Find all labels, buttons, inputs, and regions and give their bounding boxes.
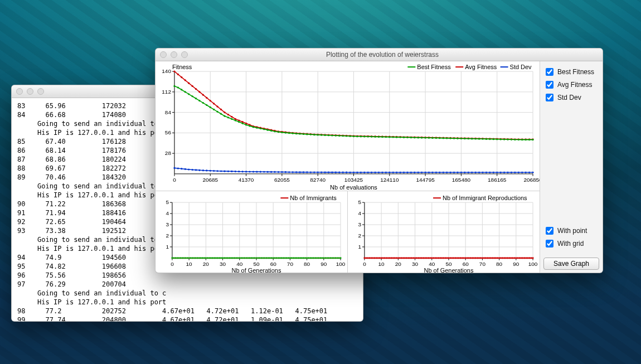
svg-point-443 [220, 257, 222, 259]
window-controls[interactable] [160, 51, 188, 58]
checkbox-input-std[interactable] [546, 94, 553, 101]
checkbox-std[interactable]: Std Dev [543, 92, 599, 103]
svg-text:80: 80 [496, 261, 503, 267]
svg-point-646 [495, 257, 497, 259]
svg-point-281 [249, 171, 250, 172]
svg-point-620 [451, 257, 453, 259]
svg-point-328 [417, 172, 419, 173]
svg-point-201 [324, 134, 326, 136]
svg-point-490 [299, 257, 301, 259]
svg-point-597 [412, 257, 414, 259]
svg-point-604 [424, 257, 426, 259]
svg-point-663 [523, 257, 525, 259]
checkbox-label-std: Std Dev [557, 94, 581, 101]
svg-point-457 [244, 257, 245, 259]
svg-point-167 [202, 102, 204, 104]
svg-point-459 [247, 257, 249, 259]
svg-point-285 [263, 171, 265, 173]
svg-point-74 [231, 116, 232, 118]
svg-point-618 [448, 257, 449, 259]
svg-point-247 [489, 138, 491, 140]
svg-point-440 [215, 257, 217, 259]
svg-point-238 [457, 138, 458, 139]
svg-point-594 [407, 257, 409, 259]
svg-point-510 [333, 257, 334, 259]
window-controls[interactable] [16, 88, 44, 95]
svg-point-626 [462, 257, 463, 259]
svg-point-265 [192, 169, 193, 171]
svg-text:Fitness: Fitness [172, 64, 192, 70]
svg-text:5: 5 [166, 199, 169, 205]
svg-point-456 [242, 257, 244, 259]
svg-point-431 [200, 257, 202, 259]
checkbox-best[interactable]: Best Fitness [543, 66, 599, 77]
svg-point-622 [454, 257, 456, 259]
svg-point-623 [456, 257, 458, 259]
svg-point-360 [532, 172, 533, 173]
svg-point-467 [260, 257, 262, 259]
svg-point-161 [181, 89, 182, 90]
svg-point-60 [181, 76, 182, 78]
svg-point-337 [450, 172, 451, 173]
plot-titlebar[interactable]: Plotting of the evolution of weierstrass [156, 48, 603, 61]
svg-point-271 [213, 170, 215, 172]
svg-point-426 [192, 257, 193, 259]
svg-point-319 [385, 172, 387, 173]
svg-point-501 [318, 257, 319, 259]
checkbox-input-best[interactable] [546, 68, 553, 76]
svg-point-215 [374, 136, 376, 138]
svg-point-289 [278, 171, 279, 173]
svg-point-496 [309, 257, 311, 259]
svg-point-578 [381, 257, 382, 259]
minimize-icon[interactable] [171, 51, 177, 58]
svg-point-647 [497, 257, 498, 259]
plot-title: Plotting of the evolution of weierstrass [192, 51, 572, 59]
svg-point-504 [323, 257, 324, 259]
svg-point-617 [446, 257, 448, 259]
svg-point-250 [500, 138, 502, 140]
close-icon[interactable] [160, 51, 167, 58]
checkbox-input-withpoint[interactable] [546, 227, 553, 235]
svg-point-248 [493, 138, 494, 140]
svg-point-209 [353, 135, 355, 137]
close-icon[interactable] [16, 88, 23, 95]
svg-text:90: 90 [320, 261, 327, 267]
checkbox-input-withgrid[interactable] [546, 240, 553, 247]
svg-point-588 [397, 257, 399, 259]
checkbox-withpoint[interactable]: With point [543, 225, 599, 236]
svg-point-230 [428, 137, 430, 139]
svg-point-486 [293, 257, 294, 259]
svg-point-429 [197, 257, 198, 259]
svg-point-282 [252, 171, 254, 172]
zoom-icon[interactable] [37, 88, 44, 95]
svg-point-357 [521, 172, 523, 173]
svg-point-639 [483, 257, 485, 259]
svg-point-473 [271, 257, 273, 259]
svg-point-231 [431, 137, 433, 139]
svg-point-435 [207, 257, 208, 259]
svg-point-424 [188, 257, 190, 259]
svg-point-478 [279, 257, 281, 259]
svg-point-194 [299, 133, 300, 134]
checkbox-avg[interactable]: Avg Fitness [543, 79, 599, 90]
svg-point-579 [382, 257, 384, 259]
minimize-icon[interactable] [27, 88, 33, 95]
svg-point-330 [424, 172, 426, 173]
svg-point-612 [438, 257, 439, 259]
svg-point-268 [202, 169, 204, 171]
svg-point-349 [493, 172, 494, 173]
svg-point-179 [245, 124, 247, 125]
svg-point-224 [406, 137, 408, 138]
save-graph-button[interactable]: Save Graph [543, 258, 599, 270]
svg-point-229 [424, 137, 426, 139]
svg-text:70: 70 [287, 261, 294, 267]
checkbox-input-avg[interactable] [546, 81, 553, 89]
svg-point-294 [295, 171, 297, 173]
svg-point-326 [410, 172, 412, 173]
svg-point-317 [378, 172, 380, 173]
checkbox-withgrid[interactable]: With grid [543, 238, 599, 249]
svg-point-356 [518, 172, 519, 173]
zoom-icon[interactable] [181, 51, 188, 58]
svg-point-173 [224, 115, 225, 117]
svg-point-300 [317, 171, 319, 173]
